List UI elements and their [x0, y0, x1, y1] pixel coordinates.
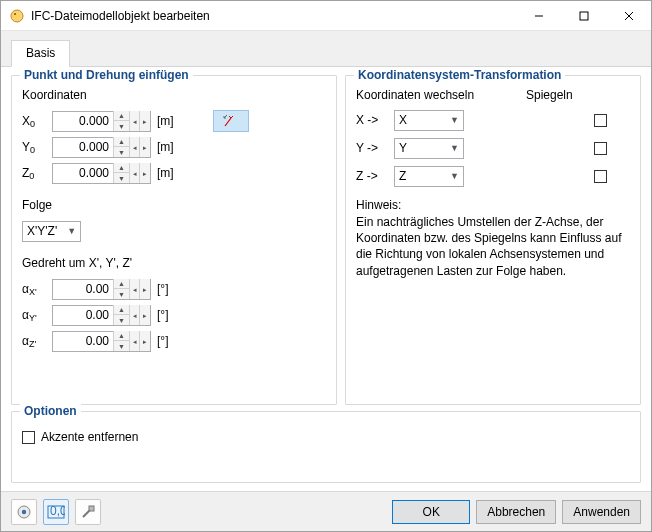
ax-spinner[interactable]: ▲▼ ◂▸ [52, 279, 151, 300]
y0-step-dec[interactable]: ◂ [130, 137, 140, 157]
y0-label: Y0 [22, 140, 46, 154]
tab-bar: Basis [1, 31, 651, 67]
az-unit: [°] [157, 334, 181, 348]
ay-up[interactable]: ▲ [114, 305, 129, 315]
group-insert-title: Punkt und Drehung einfügen [20, 68, 193, 82]
remove-accents-label: Akzente entfernen [41, 430, 138, 444]
ay-step-dec[interactable]: ◂ [130, 305, 140, 325]
hint-title: Hinweis: [356, 198, 630, 212]
tab-basis[interactable]: Basis [11, 40, 70, 67]
folge-select[interactable]: X'Y'Z' ▼ [22, 221, 81, 242]
mirror-x-checkbox[interactable] [594, 114, 607, 127]
y0-up[interactable]: ▲ [114, 137, 129, 147]
ay-input[interactable] [53, 308, 113, 322]
ax-step-dec[interactable]: ◂ [130, 279, 140, 299]
x0-input[interactable] [53, 114, 113, 128]
swap-x-select[interactable]: X▼ [394, 110, 464, 131]
group-options: Optionen Akzente entfernen [11, 411, 641, 483]
az-input[interactable] [53, 334, 113, 348]
chevron-down-icon: ▼ [450, 143, 459, 153]
x0-up[interactable]: ▲ [114, 111, 129, 121]
folge-value: X'Y'Z' [27, 224, 57, 238]
row-ay: αY' ▲▼ ◂▸ [°] [22, 302, 326, 328]
z0-spinner[interactable]: ▲▼ ◂▸ [52, 163, 151, 184]
ax-step-inc[interactable]: ▸ [140, 279, 150, 299]
z0-label: Z0 [22, 166, 46, 180]
az-step-dec[interactable]: ◂ [130, 331, 140, 351]
x0-unit: [m] [157, 114, 181, 128]
z0-down[interactable]: ▼ [114, 173, 129, 183]
remove-accents-checkbox[interactable] [22, 431, 35, 444]
footer: 0,00 OK Abbrechen Anwenden [1, 491, 651, 531]
ay-spinner[interactable]: ▲▼ ◂▸ [52, 305, 151, 326]
z0-up[interactable]: ▲ [114, 163, 129, 173]
ax-up[interactable]: ▲ [114, 279, 129, 289]
hint-body: Ein nachträgliches Umstellen der Z-Achse… [356, 214, 630, 279]
az-down[interactable]: ▼ [114, 341, 129, 351]
folge-label: Folge [22, 198, 326, 212]
swap-z-label: Z -> [356, 169, 386, 183]
coord-label: Koordinaten [22, 88, 326, 102]
az-label: αZ' [22, 334, 46, 348]
window-title: IFC-Dateimodellobjekt bearbeiten [31, 9, 516, 23]
settings-button[interactable] [75, 499, 101, 525]
y0-unit: [m] [157, 140, 181, 154]
svg-rect-10 [89, 506, 94, 511]
z0-step-dec[interactable]: ◂ [130, 163, 140, 183]
pick-point-button[interactable] [213, 110, 249, 132]
y0-step-inc[interactable]: ▸ [140, 137, 150, 157]
z0-step-inc[interactable]: ▸ [140, 163, 150, 183]
y0-spinner[interactable]: ▲▼ ◂▸ [52, 137, 151, 158]
close-button[interactable] [606, 1, 651, 30]
dialog-body: Punkt und Drehung einfügen Koordinaten X… [1, 67, 651, 491]
group-options-title: Optionen [20, 404, 81, 418]
x0-down[interactable]: ▼ [114, 121, 129, 131]
az-step-inc[interactable]: ▸ [140, 331, 150, 351]
y0-input[interactable] [53, 140, 113, 154]
swap-x-label: X -> [356, 113, 386, 127]
app-icon [9, 8, 25, 24]
dialog-window: IFC-Dateimodellobjekt bearbeiten Basis P… [0, 0, 652, 532]
apply-button[interactable]: Anwenden [562, 500, 641, 524]
ax-unit: [°] [157, 282, 181, 296]
x0-step-inc[interactable]: ▸ [140, 111, 150, 131]
mirror-z-checkbox[interactable] [594, 170, 607, 183]
chevron-down-icon: ▼ [450, 115, 459, 125]
ax-input[interactable] [53, 282, 113, 296]
swap-row-z: Z -> Z▼ [356, 162, 630, 190]
group-transform-title: Koordinatensystem-Transformation [354, 68, 565, 82]
swap-y-label: Y -> [356, 141, 386, 155]
az-up[interactable]: ▲ [114, 331, 129, 341]
group-insert: Punkt und Drehung einfügen Koordinaten X… [11, 75, 337, 405]
maximize-button[interactable] [561, 1, 606, 30]
ay-down[interactable]: ▼ [114, 315, 129, 325]
ax-label: αX' [22, 282, 46, 296]
swap-row-x: X -> X▼ [356, 106, 630, 134]
ok-button[interactable]: OK [392, 500, 470, 524]
cancel-button[interactable]: Abbrechen [476, 500, 556, 524]
svg-point-0 [11, 10, 23, 22]
svg-rect-3 [580, 12, 588, 20]
ay-step-inc[interactable]: ▸ [140, 305, 150, 325]
svg-point-1 [14, 13, 16, 15]
swap-y-select[interactable]: Y▼ [394, 138, 464, 159]
y0-down[interactable]: ▼ [114, 147, 129, 157]
ax-down[interactable]: ▼ [114, 289, 129, 299]
az-spinner[interactable]: ▲▼ ◂▸ [52, 331, 151, 352]
units-button[interactable]: 0,00 [43, 499, 69, 525]
swap-head: Koordinaten wechseln [356, 88, 506, 102]
svg-point-7 [22, 509, 26, 513]
mirror-y-checkbox[interactable] [594, 142, 607, 155]
row-y0: Y0 ▲▼ ◂▸ [m] [22, 134, 326, 160]
row-az: αZ' ▲▼ ◂▸ [°] [22, 328, 326, 354]
rotated-label: Gedreht um X', Y', Z' [22, 256, 326, 270]
mirror-head: Spiegeln [526, 88, 573, 102]
x0-step-dec[interactable]: ◂ [130, 111, 140, 131]
minimize-button[interactable] [516, 1, 561, 30]
swap-z-select[interactable]: Z▼ [394, 166, 464, 187]
row-folge: X'Y'Z' ▼ [22, 218, 326, 244]
ay-label: αY' [22, 308, 46, 322]
x0-spinner[interactable]: ▲▼ ◂▸ [52, 111, 151, 132]
help-button[interactable] [11, 499, 37, 525]
z0-input[interactable] [53, 166, 113, 180]
